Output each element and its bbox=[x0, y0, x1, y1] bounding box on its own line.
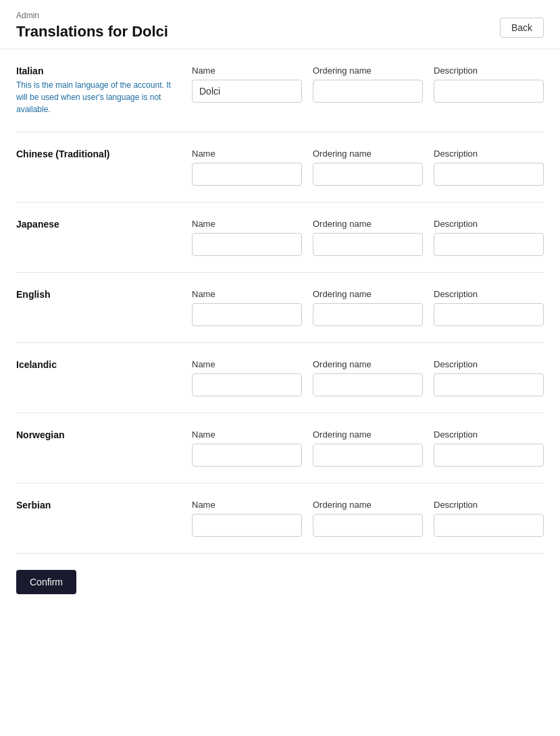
main-content: Italian This is the main language of the… bbox=[0, 49, 560, 554]
language-section-english: English Name Ordering name Description bbox=[16, 273, 544, 343]
name-input-serbian[interactable] bbox=[192, 514, 302, 537]
ordering-field-wrapper-serbian: Ordering name bbox=[313, 500, 423, 537]
language-row-icelandic: Icelandic Name Ordering name Description bbox=[16, 359, 544, 396]
language-row-japanese: Japanese Name Ordering name Description bbox=[16, 219, 544, 256]
language-row-english: English Name Ordering name Description bbox=[16, 289, 544, 326]
language-section-chinese-traditional: Chinese (Traditional) Name Ordering name… bbox=[16, 132, 544, 203]
language-name-norwegian: Norwegian bbox=[16, 429, 178, 440]
description-input-english[interactable] bbox=[434, 303, 544, 326]
name-input-italian[interactable] bbox=[192, 80, 302, 103]
ordering-input-chinese-traditional[interactable] bbox=[313, 163, 423, 186]
name-label-english: Name bbox=[192, 289, 302, 299]
ordering-field-wrapper-chinese-traditional: Ordering name bbox=[313, 149, 423, 186]
language-info-serbian: Serbian bbox=[16, 500, 178, 513]
ordering-label-chinese-traditional: Ordering name bbox=[313, 149, 423, 159]
description-label-serbian: Description bbox=[434, 500, 544, 510]
ordering-label-english: Ordering name bbox=[313, 289, 423, 299]
back-button[interactable]: Back bbox=[500, 18, 544, 38]
language-section-serbian: Serbian Name Ordering name Description bbox=[16, 483, 544, 554]
name-field-wrapper-chinese-traditional: Name bbox=[192, 149, 302, 186]
ordering-input-icelandic[interactable] bbox=[313, 373, 423, 396]
description-field-wrapper-english: Description bbox=[434, 289, 544, 326]
description-label-english: Description bbox=[434, 289, 544, 299]
name-input-icelandic[interactable] bbox=[192, 373, 302, 396]
name-label-chinese-traditional: Name bbox=[192, 149, 302, 159]
language-section-italian: Italian This is the main language of the… bbox=[16, 49, 544, 132]
name-field-wrapper-italian: Name bbox=[192, 65, 302, 103]
name-input-english[interactable] bbox=[192, 303, 302, 326]
description-input-italian[interactable] bbox=[434, 80, 544, 103]
admin-breadcrumb: Admin bbox=[16, 11, 168, 20]
ordering-input-norwegian[interactable] bbox=[313, 444, 423, 467]
language-name-english: English bbox=[16, 289, 178, 300]
ordering-label-norwegian: Ordering name bbox=[313, 429, 423, 440]
language-section-icelandic: Icelandic Name Ordering name Description bbox=[16, 343, 544, 413]
description-field-wrapper-japanese: Description bbox=[434, 219, 544, 256]
ordering-input-italian[interactable] bbox=[313, 80, 423, 103]
language-info-japanese: Japanese bbox=[16, 219, 178, 232]
name-label-serbian: Name bbox=[192, 500, 302, 510]
confirm-button[interactable]: Confirm bbox=[16, 570, 76, 594]
name-input-chinese-traditional[interactable] bbox=[192, 163, 302, 186]
language-row-italian: Italian This is the main language of the… bbox=[16, 65, 544, 115]
ordering-label-japanese: Ordering name bbox=[313, 219, 423, 229]
description-input-chinese-traditional[interactable] bbox=[434, 163, 544, 186]
ordering-field-wrapper-norwegian: Ordering name bbox=[313, 429, 423, 467]
page-header: Admin Translations for Dolci Back bbox=[0, 0, 560, 49]
name-label-norwegian: Name bbox=[192, 429, 302, 440]
name-label-japanese: Name bbox=[192, 219, 302, 229]
language-section-norwegian: Norwegian Name Ordering name Description bbox=[16, 413, 544, 483]
language-name-serbian: Serbian bbox=[16, 500, 178, 510]
ordering-input-japanese[interactable] bbox=[313, 233, 423, 256]
page-title: Translations for Dolci bbox=[16, 23, 168, 41]
language-name-italian: Italian bbox=[16, 65, 178, 76]
description-label-japanese: Description bbox=[434, 219, 544, 229]
name-label-italian: Name bbox=[192, 65, 302, 76]
fields-group-norwegian: Name Ordering name Description bbox=[192, 429, 544, 467]
ordering-label-serbian: Ordering name bbox=[313, 500, 423, 510]
language-row-norwegian: Norwegian Name Ordering name Description bbox=[16, 429, 544, 467]
ordering-field-wrapper-english: Ordering name bbox=[313, 289, 423, 326]
description-input-norwegian[interactable] bbox=[434, 444, 544, 467]
fields-group-serbian: Name Ordering name Description bbox=[192, 500, 544, 537]
name-input-norwegian[interactable] bbox=[192, 444, 302, 467]
language-info-english: English bbox=[16, 289, 178, 303]
language-row-serbian: Serbian Name Ordering name Description bbox=[16, 500, 544, 537]
header-left: Admin Translations for Dolci bbox=[16, 11, 168, 41]
description-label-italian: Description bbox=[434, 65, 544, 76]
description-field-wrapper-norwegian: Description bbox=[434, 429, 544, 467]
language-info-icelandic: Icelandic bbox=[16, 359, 178, 373]
name-field-wrapper-serbian: Name bbox=[192, 500, 302, 537]
description-field-wrapper-icelandic: Description bbox=[434, 359, 544, 396]
fields-group-icelandic: Name Ordering name Description bbox=[192, 359, 544, 396]
ordering-input-serbian[interactable] bbox=[313, 514, 423, 537]
language-name-chinese-traditional: Chinese (Traditional) bbox=[16, 149, 178, 159]
name-field-wrapper-english: Name bbox=[192, 289, 302, 326]
description-input-serbian[interactable] bbox=[434, 514, 544, 537]
language-info-italian: Italian This is the main language of the… bbox=[16, 65, 178, 115]
ordering-label-icelandic: Ordering name bbox=[313, 359, 423, 369]
language-note-italian: This is the main language of the account… bbox=[16, 79, 178, 115]
description-input-icelandic[interactable] bbox=[434, 373, 544, 396]
fields-group-chinese-traditional: Name Ordering name Description bbox=[192, 149, 544, 186]
name-field-wrapper-japanese: Name bbox=[192, 219, 302, 256]
description-label-icelandic: Description bbox=[434, 359, 544, 369]
description-field-wrapper-serbian: Description bbox=[434, 500, 544, 537]
name-input-japanese[interactable] bbox=[192, 233, 302, 256]
name-field-wrapper-icelandic: Name bbox=[192, 359, 302, 396]
description-input-japanese[interactable] bbox=[434, 233, 544, 256]
language-info-norwegian: Norwegian bbox=[16, 429, 178, 443]
name-field-wrapper-norwegian: Name bbox=[192, 429, 302, 467]
language-name-icelandic: Icelandic bbox=[16, 359, 178, 370]
ordering-label-italian: Ordering name bbox=[313, 65, 423, 76]
description-field-wrapper-chinese-traditional: Description bbox=[434, 149, 544, 186]
language-row-chinese-traditional: Chinese (Traditional) Name Ordering name… bbox=[16, 149, 544, 186]
description-label-norwegian: Description bbox=[434, 429, 544, 440]
footer: Confirm bbox=[0, 554, 560, 610]
language-section-japanese: Japanese Name Ordering name Description bbox=[16, 203, 544, 273]
fields-group-italian: Name Ordering name Description bbox=[192, 65, 544, 103]
fields-group-japanese: Name Ordering name Description bbox=[192, 219, 544, 256]
ordering-field-wrapper-japanese: Ordering name bbox=[313, 219, 423, 256]
ordering-input-english[interactable] bbox=[313, 303, 423, 326]
ordering-field-wrapper-icelandic: Ordering name bbox=[313, 359, 423, 396]
